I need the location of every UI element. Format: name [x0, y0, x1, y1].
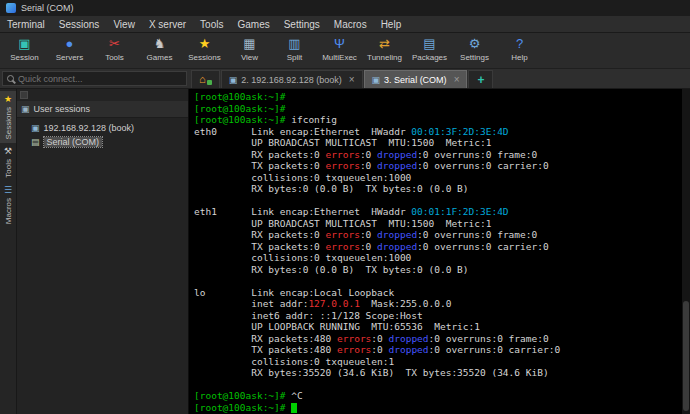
remote-session-icon: ▣	[31, 123, 40, 133]
sidebar: ▣ User sessions ▣192.168.92.128 (book)▤S…	[17, 89, 189, 414]
toolbar-button-tools[interactable]: ✂Tools	[92, 34, 137, 63]
terminal-line: RX packets:0 errors:0 dropped:0 overruns…	[194, 149, 680, 161]
toolbar-label: Tools	[105, 53, 124, 63]
toolbar-label: Sessions	[188, 53, 220, 63]
toolbar-button-view[interactable]: ▦View	[227, 34, 272, 63]
toolbar-label: Split	[287, 53, 303, 63]
session-item-label: Serial (COM)	[44, 137, 103, 147]
servers-icon: ●	[61, 35, 79, 53]
terminal-line: collisions:0 txqueuelen:1000	[194, 252, 680, 264]
tab-label: 2. 192.168.92.128 (book)	[241, 75, 342, 85]
session-tree: ▣192.168.92.128 (book)▤Serial (COM)	[17, 118, 188, 152]
sessions-star-icon: ★	[4, 95, 12, 104]
sidebar-tab-label: Macros	[4, 198, 13, 224]
main-area: ★Sessions⚒Tools☰Macros ▣ User sessions ▣…	[0, 89, 690, 414]
toolbar-button-sessions[interactable]: ★Sessions	[182, 34, 227, 63]
terminal-scrollbar[interactable]	[682, 89, 690, 414]
sidebar-tab-tools[interactable]: ⚒Tools	[0, 143, 16, 182]
tools-icon: ✂	[106, 35, 124, 53]
settings-icon: ⚙	[466, 35, 484, 53]
toolbar-button-games[interactable]: ♞Games	[137, 34, 182, 63]
tab-close-icon[interactable]: ×	[349, 75, 355, 84]
tab-home[interactable]: ⌂	[191, 70, 220, 88]
toolbar-label: MultiExec	[322, 53, 357, 63]
terminal-line: TX packets:480 errors:0 dropped:0 overru…	[194, 344, 680, 356]
terminal-line	[194, 379, 680, 391]
terminal-cursor	[291, 403, 297, 413]
terminal-line: RX bytes:0 (0.0 B) TX bytes:0 (0.0 B)	[194, 264, 680, 276]
toolbar-button-multiexec[interactable]: ΨMultiExec	[317, 34, 362, 63]
session-icon: ▣	[16, 35, 34, 53]
toolbar-button-packages[interactable]: ▤Packages	[407, 34, 452, 63]
menu-macros[interactable]: Macros	[327, 18, 374, 31]
toolbar-label: Settings	[460, 53, 489, 63]
sessions-icon: ★	[196, 35, 214, 53]
toolbar-button-split[interactable]: ▥Split	[272, 34, 317, 63]
terminal-line: UP BROADCAST MULTICAST MTU:1500 Metric:1	[194, 218, 680, 230]
search-icon	[7, 75, 14, 82]
tunneling-icon: ⇄	[376, 35, 394, 53]
serial-session-icon: ▤	[31, 137, 40, 147]
sidebar-tab-macros[interactable]: ☰Macros	[0, 182, 16, 228]
terminal-line: [root@100ask:~]#	[194, 402, 680, 414]
terminal-line: collisions:0 txqueuelen:1000	[194, 172, 680, 184]
session-tab-icon: ▣	[229, 75, 238, 85]
user-sessions-header[interactable]: ▣ User sessions	[17, 101, 188, 118]
menu-settings[interactable]: Settings	[277, 18, 327, 31]
tab-row: ⌂▣2. 192.168.92.128 (book)×▣3. Serial (C…	[0, 69, 690, 89]
terminal-line: inet6 addr: ::1/128 Scope:Host	[194, 310, 680, 322]
toolbar-label: Session	[10, 53, 38, 63]
terminal-line: eth0 Link encap:Ethernet HWaddr 00:01:3F…	[194, 126, 680, 138]
tab-close-icon[interactable]: ×	[454, 75, 460, 84]
toolbar-button-settings[interactable]: ⚙Settings	[452, 34, 497, 63]
terminal-line	[194, 275, 680, 287]
scrollbar-thumb[interactable]	[683, 301, 689, 411]
view-icon: ▦	[241, 35, 259, 53]
new-tab-button[interactable]: +	[468, 70, 493, 88]
menu-help[interactable]: Help	[374, 18, 409, 31]
tab-3-serial-com[interactable]: ▣3. Serial (COM)×	[364, 70, 468, 88]
split-icon: ▥	[286, 35, 304, 53]
toolbar-button-servers[interactable]: ●Servers	[47, 34, 92, 63]
session-item-192-168-92-128-book[interactable]: ▣192.168.92.128 (book)	[17, 121, 188, 135]
shield-icon	[207, 80, 212, 85]
sidebar-mini-toolbar	[17, 89, 188, 101]
toolbar-button-tunneling[interactable]: ⇄Tunneling	[362, 34, 407, 63]
menu-x-server[interactable]: X server	[142, 18, 193, 31]
sidebar-tab-label: Tools	[4, 159, 13, 178]
quick-connect-input[interactable]	[18, 74, 182, 84]
terminal-line: TX packets:0 errors:0 dropped:0 overruns…	[194, 241, 680, 253]
terminal-line: [root@100ask:~]#	[194, 103, 680, 115]
menu-view[interactable]: View	[106, 18, 142, 31]
toolbar-button-help[interactable]: ?Help	[497, 34, 542, 63]
terminal-line: [root@100ask:~]# ifconfig	[194, 114, 680, 126]
sidebar-tab-sessions[interactable]: ★Sessions	[0, 91, 16, 143]
sidebar-mini-button[interactable]	[20, 91, 28, 99]
terminal-line: [root@100ask:~]#	[194, 91, 680, 103]
tab-2-192-168-92-128-book[interactable]: ▣2. 192.168.92.128 (book)×	[221, 70, 363, 88]
titlebar: Serial (COM)	[0, 0, 690, 16]
session-item-serial-com[interactable]: ▤Serial (COM)	[17, 135, 188, 149]
session-item-label: 192.168.92.128 (book)	[44, 123, 135, 133]
packages-icon: ▤	[421, 35, 439, 53]
terminal[interactable]: [root@100ask:~]# [root@100ask:~]# [root@…	[189, 89, 690, 414]
terminal-line: RX bytes:35520 (34.6 KiB) TX bytes:35520…	[194, 367, 680, 379]
quick-connect[interactable]	[2, 71, 187, 86]
app-icon	[6, 3, 16, 13]
toolbar-label: Servers	[56, 53, 84, 63]
terminal-line	[194, 195, 680, 207]
menu-games[interactable]: Games	[230, 18, 276, 31]
toolbar-label: Help	[511, 53, 527, 63]
terminal-line: TX packets:0 errors:0 dropped:0 overruns…	[194, 160, 680, 172]
menu-tools[interactable]: Tools	[193, 18, 230, 31]
terminal-line: RX packets:480 errors:0 dropped:0 overru…	[194, 333, 680, 345]
menubar: TerminalSessionsViewX serverToolsGamesSe…	[0, 16, 690, 33]
menu-sessions[interactable]: Sessions	[52, 18, 107, 31]
toolbar-label: Games	[147, 53, 173, 63]
terminal-line: lo Link encap:Local Loopback	[194, 287, 680, 299]
menu-terminal[interactable]: Terminal	[0, 18, 52, 31]
toolbar-button-session[interactable]: ▣Session	[2, 34, 47, 63]
terminal-line: UP BROADCAST MULTICAST MTU:1500 Metric:1	[194, 137, 680, 149]
macros-strip-icon: ☰	[4, 186, 12, 195]
mobaxterm-window: Serial (COM) TerminalSessionsViewX serve…	[0, 0, 690, 414]
